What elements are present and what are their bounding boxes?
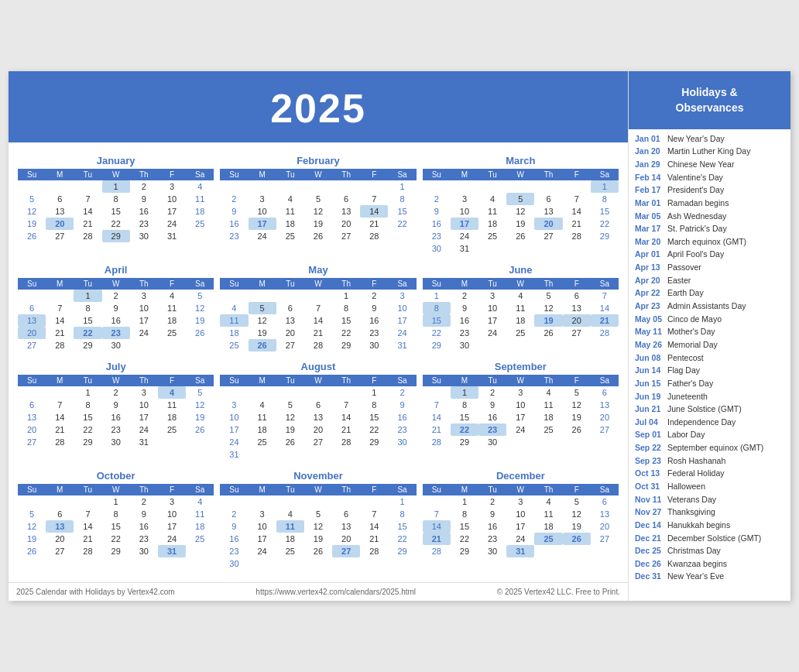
month-title: June — [423, 264, 619, 276]
calendar-day: 14 — [423, 411, 451, 423]
calendar-day: 19 — [506, 218, 534, 230]
calendar-day: 22 — [74, 423, 101, 436]
calendar-day — [18, 386, 46, 399]
calendar-day: 28 — [591, 327, 619, 339]
calendar-day — [423, 386, 451, 399]
calendar-day — [332, 495, 360, 508]
month-title: May — [220, 264, 416, 276]
calendar-day — [304, 290, 332, 302]
calendar-day: 14 — [74, 205, 101, 218]
day-header: F — [563, 484, 591, 495]
calendar-day: 11 — [186, 508, 214, 520]
day-header: Tu — [74, 375, 101, 386]
day-header: Su — [220, 169, 248, 180]
calendar-day: 24 — [158, 533, 186, 545]
calendar-day: 15 — [388, 520, 416, 533]
calendar-day — [276, 386, 304, 399]
calendar-day: 21 — [360, 218, 388, 230]
footer-bar: 2025 Calendar with Holidays by Vertex42.… — [9, 582, 628, 601]
holiday-row: Jul 04Independence Day — [635, 416, 784, 429]
holiday-name: April Fool's Day — [667, 249, 724, 260]
calendar-day: 19 — [534, 314, 562, 327]
calendar-day: 20 — [46, 218, 74, 230]
day-header: Th — [534, 484, 562, 495]
day-header: M — [249, 278, 276, 290]
calendar-day: 3 — [158, 495, 186, 508]
calendar-day: 16 — [423, 218, 451, 230]
holiday-row: Jun 08Pentecost — [635, 351, 784, 365]
calendar-day — [158, 436, 186, 448]
calendar-day: 13 — [332, 520, 360, 533]
day-header: W — [506, 169, 534, 180]
calendar-day: 18 — [220, 327, 248, 339]
calendar-day: 12 — [186, 302, 214, 314]
holiday-row: Sep 01Labor Day — [635, 429, 784, 442]
calendar-day: 25 — [158, 327, 186, 339]
calendar-day: 26 — [18, 545, 46, 557]
calendar-day: 1 — [74, 290, 101, 302]
holiday-date: Jan 01 — [635, 134, 664, 145]
calendar-day — [18, 180, 46, 193]
calendar-day: 26 — [563, 423, 591, 436]
calendar-day: 28 — [360, 545, 388, 557]
calendar-day: 10 — [158, 508, 186, 520]
day-header: M — [451, 169, 478, 180]
calendar-day: 9 — [388, 399, 416, 411]
calendar-day: 18 — [276, 533, 304, 545]
calendar-day: 8 — [74, 302, 101, 314]
month-title: July — [18, 361, 214, 372]
calendar-day: 5 — [304, 508, 332, 520]
calendar-day: 5 — [276, 399, 304, 411]
calendar-day: 31 — [158, 545, 186, 557]
calendar-day: 24 — [130, 327, 158, 339]
calendar-day — [478, 339, 506, 351]
calendar-day: 28 — [304, 339, 332, 351]
holiday-row: Mar 20March equinox (GMT) — [635, 235, 784, 249]
calendar-day: 4 — [276, 193, 304, 205]
calendar-day — [478, 242, 506, 255]
calendar-day: 6 — [591, 495, 619, 508]
holiday-row: Mar 05Ash Wednesday — [635, 210, 784, 223]
calendar-day: 31 — [506, 545, 534, 557]
calendar-day: 11 — [249, 411, 276, 423]
calendar-day: 18 — [276, 218, 304, 230]
calendar-day: 5 — [534, 290, 562, 302]
calendar-day: 12 — [18, 205, 46, 218]
day-header: Su — [423, 484, 451, 495]
calendar-day: 6 — [46, 193, 74, 205]
calendar-day: 1 — [423, 290, 451, 302]
calendar-day: 25 — [478, 230, 506, 242]
calendar-day — [304, 386, 332, 399]
day-header: Su — [423, 375, 451, 386]
calendar-day: 3 — [249, 193, 276, 205]
month-block-may: MaySuMTuWThFSa12345678910111213141516171… — [217, 259, 419, 356]
holiday-name: President's Day — [667, 185, 724, 196]
month-title: February — [220, 155, 416, 166]
day-header: F — [158, 169, 186, 180]
month-block-october: OctoberSuMTuWThFSa1234567891011121314151… — [15, 465, 217, 574]
calendar-day: 11 — [186, 193, 214, 205]
calendar-day: 28 — [423, 545, 451, 557]
calendar-day: 8 — [388, 193, 416, 205]
calendar-day: 7 — [74, 193, 101, 205]
day-header: Tu — [276, 484, 304, 495]
calendar-day — [506, 436, 534, 448]
day-header: Sa — [186, 169, 214, 180]
calendar-day — [220, 180, 248, 193]
holiday-date: Mar 20 — [635, 237, 664, 248]
calendar-day — [423, 495, 451, 508]
day-header: F — [563, 278, 591, 290]
calendar-day: 9 — [451, 302, 478, 314]
calendar-day: 6 — [46, 508, 74, 520]
calendar-day: 12 — [534, 302, 562, 314]
calendar-day: 22 — [74, 327, 101, 339]
calendar-day: 17 — [249, 533, 276, 545]
day-header: F — [158, 278, 186, 290]
holiday-name: Chinese New Year — [667, 159, 734, 170]
day-header: M — [249, 375, 276, 386]
holiday-date: May 26 — [635, 340, 664, 351]
month-block-july: JulySuMTuWThFSa1234567891011121314151617… — [15, 356, 217, 465]
calendar-day: 27 — [276, 339, 304, 351]
calendar-day — [591, 545, 619, 557]
calendar-day: 24 — [506, 533, 534, 545]
